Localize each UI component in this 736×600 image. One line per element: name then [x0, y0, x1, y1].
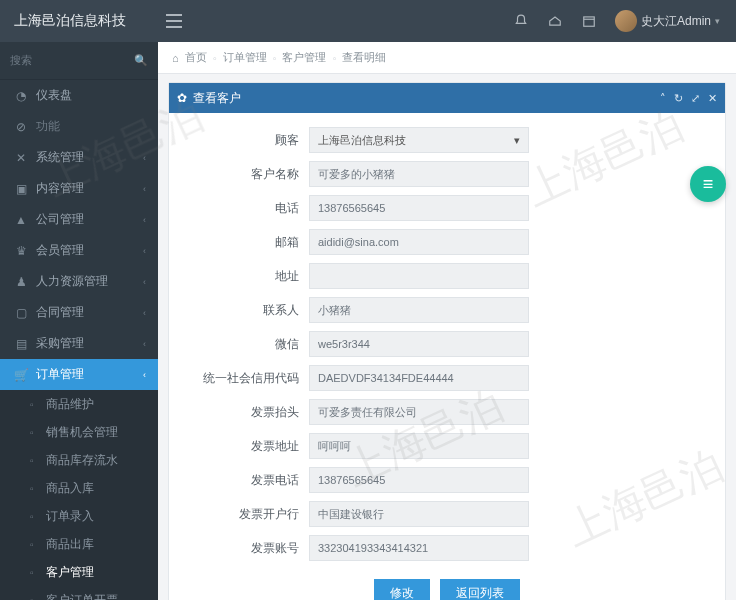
wrench-icon: ✕	[12, 151, 30, 165]
dot-icon: ▫	[30, 399, 44, 410]
menu-toggle-icon[interactable]	[158, 5, 190, 37]
modify-button[interactable]: 修改	[374, 579, 430, 600]
gear-icon: ✿	[177, 91, 187, 105]
dot-icon: ▫	[30, 483, 44, 494]
main: ⌂ 首页 ◦ 订单管理 ◦ 客户管理 ◦ 查看明细 ✿ 查看客户 ˄ ↻ ⤢ ✕…	[158, 42, 736, 600]
breadcrumb: ⌂ 首页 ◦ 订单管理 ◦ 客户管理 ◦ 查看明细	[158, 42, 736, 74]
input-inv-bank[interactable]: 中国建设银行	[309, 501, 529, 527]
sidebar-item-member[interactable]: ♛会员管理‹	[0, 235, 158, 266]
sidebar-sub-sales-opportunity[interactable]: ▫销售机会管理	[0, 418, 158, 446]
input-inv-addr[interactable]: 呵呵呵	[309, 433, 529, 459]
label-inv-phone: 发票电话	[181, 472, 309, 489]
topbar-right: 史大江Admin ▾	[513, 10, 736, 32]
crown-icon: ♛	[12, 244, 30, 258]
search-input[interactable]: 搜索 🔍	[0, 42, 158, 80]
mail-icon[interactable]	[547, 13, 563, 29]
sidebar-sub-stock-out[interactable]: ▫商品出库	[0, 530, 158, 558]
input-name[interactable]: 可爱多的小猪猪	[309, 161, 529, 187]
chevron-left-icon: ‹	[143, 184, 146, 194]
label-wechat: 微信	[181, 336, 309, 353]
input-inv-phone[interactable]: 13876565645	[309, 467, 529, 493]
sidebar-item-company[interactable]: ▲公司管理‹	[0, 204, 158, 235]
content-scroll[interactable]: ✿ 查看客户 ˄ ↻ ⤢ ✕ 顾客上海邑泊信息科技▾ 客户名称可爱多的小猪猪 电…	[158, 74, 736, 600]
input-phone[interactable]: 13876565645	[309, 195, 529, 221]
select-tenant[interactable]: 上海邑泊信息科技▾	[309, 127, 529, 153]
panel: ✿ 查看客户 ˄ ↻ ⤢ ✕ 顾客上海邑泊信息科技▾ 客户名称可爱多的小猪猪 电…	[168, 82, 726, 600]
sidebar-sub-stock-flow[interactable]: ▫商品库存流水	[0, 446, 158, 474]
dot-icon: ▫	[30, 427, 44, 438]
breadcrumb-l3: 查看明细	[342, 50, 386, 65]
close-icon[interactable]: ✕	[708, 92, 717, 105]
dot-icon: ▫	[30, 567, 44, 578]
bell-icon[interactable]	[513, 13, 529, 29]
doc-icon: ▢	[12, 306, 30, 320]
dot-icon: ▫	[30, 539, 44, 550]
dot-icon: ▫	[30, 511, 44, 522]
breadcrumb-home[interactable]: 首页	[185, 50, 207, 65]
person-icon: ♟	[12, 275, 30, 289]
tool-icon[interactable]: ˄	[660, 92, 666, 105]
chevron-left-icon: ‹	[143, 277, 146, 287]
search-icon: 🔍	[134, 54, 148, 67]
search-placeholder: 搜索	[10, 53, 134, 68]
building-icon: ▲	[12, 213, 30, 227]
input-inv-acct[interactable]: 332304193343414321	[309, 535, 529, 561]
dot-icon: ▫	[30, 455, 44, 466]
breadcrumb-l1[interactable]: 订单管理	[223, 50, 267, 65]
sep-icon: ◦	[273, 52, 277, 64]
input-inv-title[interactable]: 可爱多责任有限公司	[309, 399, 529, 425]
sidebar-item-order[interactable]: 🛒订单管理‹	[0, 359, 158, 390]
breadcrumb-l2[interactable]: 客户管理	[282, 50, 326, 65]
expand-icon[interactable]: ⤢	[691, 92, 700, 105]
sidebar-item-purchase[interactable]: ▤采购管理‹	[0, 328, 158, 359]
user-menu[interactable]: 史大江Admin ▾	[615, 10, 720, 32]
chevron-left-icon: ‹	[143, 339, 146, 349]
menu-icon: ≡	[703, 174, 714, 195]
sidebar-sub-customer[interactable]: ▫客户管理	[0, 558, 158, 586]
label-inv-addr: 发票地址	[181, 438, 309, 455]
user-name: 史大江Admin	[641, 13, 711, 30]
label-uscc: 统一社会信用代码	[181, 370, 309, 387]
topbar: 上海邑泊信息科技 史大江Admin ▾	[0, 0, 736, 42]
panel-header: ✿ 查看客户 ˄ ↻ ⤢ ✕	[169, 83, 725, 113]
circle-icon: ⊘	[12, 120, 30, 134]
panel-title: 查看客户	[193, 90, 241, 107]
sep-icon: ◦	[332, 52, 336, 64]
calendar-icon[interactable]	[581, 13, 597, 29]
sidebar-item-contract[interactable]: ▢合同管理‹	[0, 297, 158, 328]
label-name: 客户名称	[181, 166, 309, 183]
chevron-down-icon: ▾	[715, 16, 720, 26]
chevron-left-icon: ‹	[143, 153, 146, 163]
fab-button[interactable]: ≡	[690, 166, 726, 202]
input-contact[interactable]: 小猪猪	[309, 297, 529, 323]
input-addr[interactable]	[309, 263, 529, 289]
sidebar-item-hr[interactable]: ♟人力资源管理‹	[0, 266, 158, 297]
label-contact: 联系人	[181, 302, 309, 319]
chevron-down-icon: ▾	[514, 134, 520, 147]
sidebar-sub-customer-invoice[interactable]: ▫客户订单开票	[0, 586, 158, 600]
sidebar-item-dashboard[interactable]: ◔仪表盘	[0, 80, 158, 111]
sidebar-sub-order-entry[interactable]: ▫订单录入	[0, 502, 158, 530]
sidebar-sub-stock-in[interactable]: ▫商品入库	[0, 474, 158, 502]
label-inv-title: 发票抬头	[181, 404, 309, 421]
input-email[interactable]: aididi@sina.com	[309, 229, 529, 255]
sidebar-item-features[interactable]: ⊘功能	[0, 111, 158, 142]
chevron-left-icon: ‹	[143, 215, 146, 225]
list-icon: ▤	[12, 337, 30, 351]
button-row: 修改 返回列表	[181, 579, 713, 600]
panel-body: 顾客上海邑泊信息科技▾ 客户名称可爱多的小猪猪 电话13876565645 邮箱…	[169, 113, 725, 600]
label-email: 邮箱	[181, 234, 309, 251]
sidebar-sub-product-maintain[interactable]: ▫商品维护	[0, 390, 158, 418]
home-icon[interactable]: ⌂	[172, 52, 179, 64]
grid-icon: ▣	[12, 182, 30, 196]
label-inv-bank: 发票开户行	[181, 506, 309, 523]
cart-icon: 🛒	[12, 368, 30, 382]
input-uscc[interactable]: DAEDVDF34134FDE44444	[309, 365, 529, 391]
back-button[interactable]: 返回列表	[440, 579, 520, 600]
label-addr: 地址	[181, 268, 309, 285]
sidebar-item-content[interactable]: ▣内容管理‹	[0, 173, 158, 204]
refresh-icon[interactable]: ↻	[674, 92, 683, 105]
brand-title: 上海邑泊信息科技	[0, 12, 158, 30]
sidebar-item-system[interactable]: ✕系统管理‹	[0, 142, 158, 173]
input-wechat[interactable]: we5r3r344	[309, 331, 529, 357]
